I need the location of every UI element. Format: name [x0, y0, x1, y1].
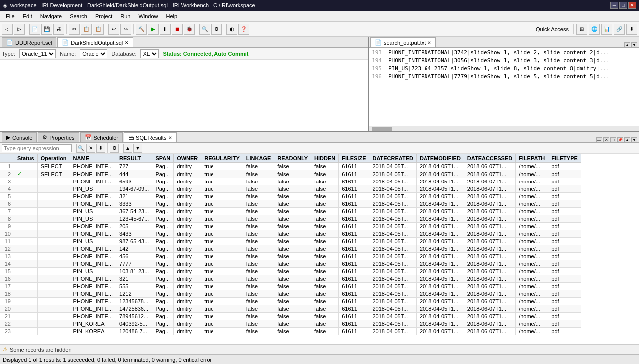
table-row[interactable]: 16PHONE_INTE...321Pag...dmitrytruefalsef…	[0, 275, 581, 283]
col-name[interactable]: NAME	[70, 154, 116, 163]
table-row[interactable]: 4PIN_US194-67-09...Pag...dmitrytruefalse…	[0, 185, 581, 193]
bottom-nav-close[interactable]: ✕	[603, 137, 609, 142]
output-hscroll[interactable]	[369, 126, 639, 131]
table-row[interactable]: 7PIN_US367-54-23...Pag...dmitrytruefalse…	[0, 208, 581, 215]
minimize-button[interactable]: ─	[610, 2, 618, 9]
toolbar-build-btn[interactable]: 🔨	[136, 24, 147, 35]
bottom-settings-btn[interactable]: ⚙	[110, 144, 119, 153]
sql-results-close[interactable]: ✕	[168, 135, 172, 140]
col-status[interactable]: Status	[14, 154, 38, 163]
menu-edit[interactable]: Edit	[19, 11, 36, 21]
table-row[interactable]: 6PHONE_INTE...3333Pag...dmitrytruefalsef…	[0, 200, 581, 208]
toolbar-cut-btn[interactable]: ✂	[69, 24, 80, 35]
table-row[interactable]: 11PIN_US987-65-43...Pag...dmitrytruefals…	[0, 238, 581, 245]
toolbar-right-btn5[interactable]: ⬇	[626, 24, 637, 35]
bottom-nav-up[interactable]: ▲	[624, 137, 630, 142]
tab-dddreport[interactable]: 📄 DDDReport.scl	[2, 37, 56, 47]
toolbar-help-btn[interactable]: ❓	[238, 24, 249, 35]
search-output-close[interactable]: ✕	[427, 40, 431, 45]
toolbar-undo-btn[interactable]: ↩	[108, 24, 119, 35]
col-linkage[interactable]: LINKAGE	[243, 154, 274, 163]
type-select[interactable]: Oracle_11	[19, 49, 56, 58]
menu-help[interactable]: Help	[162, 11, 182, 21]
table-row[interactable]: 14PHONE_INTE...7777Pag...dmitrytruefalse…	[0, 260, 581, 268]
toolbar-more-btn[interactable]: ◐	[226, 24, 237, 35]
name-select[interactable]: Oracle	[80, 49, 107, 58]
toolbar-search-btn[interactable]: 🔍	[199, 24, 210, 35]
col-datemodified[interactable]: DATEMODIFIED	[416, 154, 464, 163]
bottom-down-btn[interactable]: ▼	[133, 144, 142, 153]
output-nav-up[interactable]: ▲	[624, 42, 630, 47]
close-button[interactable]: ✕	[628, 2, 636, 9]
toolbar-copy-btn[interactable]: 📋	[81, 24, 92, 35]
col-span[interactable]: SPAN	[152, 154, 174, 163]
col-dateaccessed[interactable]: DATEACCESSED	[464, 154, 515, 163]
table-row[interactable]: 19PHONE_INTE...12345678...Pag...dmitrytr…	[0, 298, 581, 305]
toolbar-paste-btn[interactable]: 📋	[93, 24, 104, 35]
bottom-filter-btn[interactable]: 🔍	[76, 144, 85, 153]
results-area[interactable]: Status Operation NAME RESULT SPAN OWNER …	[0, 154, 639, 344]
table-row[interactable]: 2✓SELECTPHONE_INTE...444Pag...dmitrytrue…	[0, 170, 581, 178]
toolbar-settings-btn[interactable]: ⚙	[211, 24, 222, 35]
bottom-export-btn[interactable]: ⬇	[96, 144, 105, 153]
col-filepath[interactable]: FILEPATH	[516, 154, 548, 163]
col-readonly[interactable]: READONLY	[274, 154, 311, 163]
table-row[interactable]: 12PHONE_INTE...142Pag...dmitrytruefalsef…	[0, 245, 581, 253]
toolbar-redo-btn[interactable]: ↪	[120, 24, 131, 35]
bottom-nav-down[interactable]: ▼	[631, 137, 637, 142]
col-owner[interactable]: OWNER	[174, 154, 201, 163]
col-datecreated[interactable]: DATECREATED	[369, 154, 416, 163]
table-row[interactable]: 5PHONE_INTE...321Pag...dmitrytruefalsefa…	[0, 193, 581, 200]
menu-project[interactable]: Project	[91, 11, 116, 21]
titlebar-controls[interactable]: ─ □ ✕	[610, 2, 636, 9]
col-result[interactable]: RESULT	[116, 154, 152, 163]
editor-content[interactable]	[0, 60, 368, 131]
tab-search-output[interactable]: 📄 search_output.txt ✕	[370, 37, 436, 47]
table-row[interactable]: 20PHONE_INTE...14725836...Pag...dmitrytr…	[0, 305, 581, 313]
tab-scheduler[interactable]: 📅 Scheduler	[80, 132, 123, 142]
col-filesize[interactable]: FILESIZE	[339, 154, 369, 163]
toolbar-print-btn[interactable]: 🖨	[53, 24, 64, 35]
toolbar-pause-btn[interactable]: ⏸	[160, 24, 171, 35]
table-row[interactable]: 22PIN_KOREA040392-5...Pag...dmitrytruefa…	[0, 320, 581, 328]
toolbar-save-btn[interactable]: 💾	[41, 24, 52, 35]
table-row[interactable]: 23PIN_KOREA120486-7...Pag...dmitrytruefa…	[0, 328, 581, 335]
table-row[interactable]: 3PHONE_INTE...6593Pag...dmitrytruefalsef…	[0, 178, 581, 185]
tab-console[interactable]: ▶ Console	[2, 132, 37, 142]
darkshield-close[interactable]: ✕	[125, 40, 129, 45]
menu-navigate[interactable]: Navigate	[36, 11, 66, 21]
table-row[interactable]: 17PHONE_INTE...555Pag...dmitrytruefalsef…	[0, 283, 581, 290]
toolbar-back-btn[interactable]: ◁	[2, 24, 13, 35]
toolbar-right-btn3[interactable]: 📊	[601, 24, 612, 35]
toolbar-stop-btn[interactable]: ⏹	[172, 24, 183, 35]
tab-darkshieldoutput[interactable]: 📄 DarkShieldOutput.sql ✕	[57, 37, 133, 47]
toolbar-run-btn[interactable]: ▶	[148, 24, 159, 35]
menu-file[interactable]: File	[2, 11, 19, 21]
toolbar-right-btn2[interactable]: 🌐	[589, 24, 600, 35]
toolbar-right-btn4[interactable]: 🔗	[614, 24, 625, 35]
table-row[interactable]: 13PHONE_INTE...456Pag...dmitrytruefalsef…	[0, 253, 581, 260]
output-content[interactable]: 193 PHONE_INTERNATIONAL|3742|slideShow 1…	[369, 48, 639, 126]
table-row[interactable]: 10PHONE_INTE...3433Pag...dmitrytruefalse…	[0, 230, 581, 238]
table-row[interactable]: 21PHONE_INTE...78945612...Pag...dmitrytr…	[0, 313, 581, 320]
output-nav-down[interactable]: ▼	[631, 42, 637, 47]
table-row[interactable]: 9PHONE_INTE...205Pag...dmitrytruefalsefa…	[0, 223, 581, 230]
bottom-up-btn[interactable]: ▲	[123, 144, 132, 153]
col-regularity[interactable]: REGULARITY	[201, 154, 243, 163]
menu-window[interactable]: Window	[134, 11, 162, 21]
table-row[interactable]: 15PIN_US103-81-23...Pag...dmitrytruefals…	[0, 268, 581, 275]
toolbar-forward-btn[interactable]: ▷	[14, 24, 25, 35]
bottom-nav-maximize[interactable]: □	[610, 137, 616, 142]
type-query-input[interactable]	[2, 144, 72, 152]
bottom-clear-btn[interactable]: ✕	[86, 144, 95, 153]
table-row[interactable]: 8PIN_US123-45-67...Pag...dmitrytruefalse…	[0, 215, 581, 223]
table-row[interactable]: 18PHONE_INTE...1212Pag...dmitrytruefalse…	[0, 290, 581, 298]
col-operation[interactable]: Operation	[37, 154, 70, 163]
bottom-nav-pin[interactable]: 📌	[617, 137, 623, 142]
tab-properties[interactable]: ⚙ Properties	[38, 132, 79, 142]
col-hidden[interactable]: HIDDEN	[311, 154, 339, 163]
database-select[interactable]: XE	[140, 49, 159, 58]
menu-run[interactable]: Run	[116, 11, 134, 21]
maximize-button[interactable]: □	[619, 2, 627, 9]
tab-sql-results[interactable]: 🗃 SQL Results ✕	[124, 132, 177, 142]
